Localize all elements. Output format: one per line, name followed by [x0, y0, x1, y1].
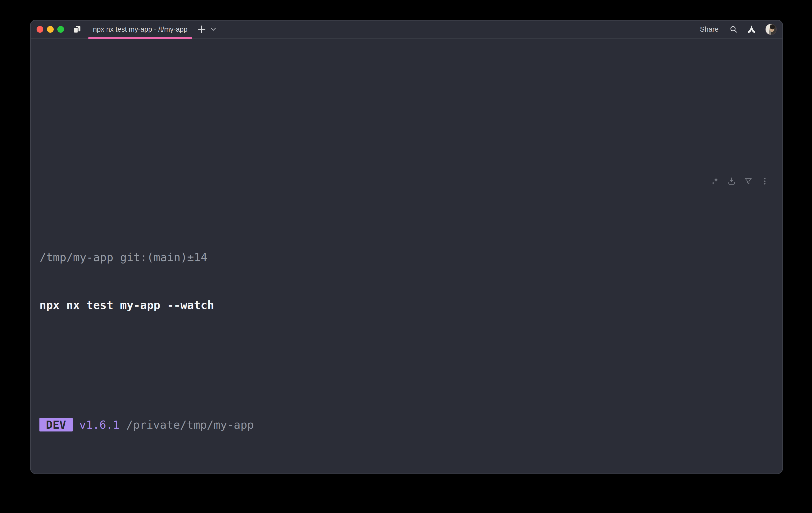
vitest-cwd: /private/tmp/my-app — [120, 418, 254, 431]
blank-line — [39, 474, 782, 474]
download-icon[interactable] — [727, 177, 736, 185]
vitest-header-line: DEV v1.6.1 /private/tmp/my-app — [39, 418, 782, 432]
new-tab-button[interactable] — [197, 25, 206, 34]
prompt-line: /tmp/my-app git:(main)±14 — [39, 250, 782, 264]
block-toolbar — [711, 177, 769, 185]
empty-scrollback — [31, 39, 782, 169]
warp-logo-icon[interactable] — [748, 25, 755, 33]
prompt-text: /tmp/my-app git:(main)±14 — [39, 251, 207, 264]
tab-active[interactable]: npx nx test my-app - /t/my-app — [88, 20, 192, 38]
avatar[interactable] — [765, 24, 777, 35]
command-text: npx nx test my-app --watch — [39, 299, 214, 312]
share-button[interactable]: Share — [700, 25, 719, 33]
tab-title: npx nx test my-app - /t/my-app — [93, 25, 187, 33]
command-line[interactable]: npx nx test my-app --watch — [39, 298, 782, 312]
desktop-background: npx nx test my-app - /t/my-app Share — [0, 0, 812, 513]
window-controls — [36, 26, 64, 33]
kebab-menu-icon[interactable] — [761, 177, 769, 185]
ai-sparkles-icon[interactable] — [711, 177, 719, 185]
search-icon[interactable] — [729, 25, 738, 33]
dev-badge: DEV — [39, 418, 72, 431]
tab-bar: npx nx test my-app - /t/my-app Share — [31, 20, 782, 39]
filter-icon[interactable] — [744, 177, 752, 185]
close-window-button[interactable] — [36, 26, 43, 33]
pages-icon[interactable] — [72, 25, 82, 33]
active-tab-indicator — [88, 37, 192, 39]
minimize-window-button[interactable] — [47, 26, 54, 33]
terminal-window: npx nx test my-app - /t/my-app Share — [30, 20, 783, 474]
chevron-down-icon[interactable] — [210, 28, 216, 31]
command-block: /tmp/my-app git:(main)±14 npx nx test my… — [31, 169, 782, 474]
zoom-window-button[interactable] — [57, 26, 64, 33]
terminal-output: DEV v1.6.1 /private/tmp/my-app ✓ src/app… — [39, 376, 782, 474]
vitest-version: v1.6.1 — [72, 418, 120, 431]
